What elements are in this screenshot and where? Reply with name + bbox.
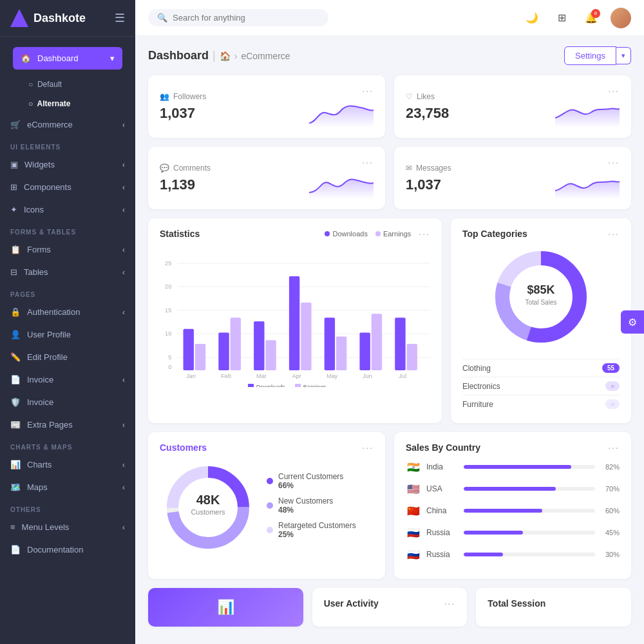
sidebar-item-widgets[interactable]: ▣ Widgets ‹ — [0, 153, 135, 176]
svg-text:Jan: Jan — [186, 373, 196, 379]
russia2-flag: 🇷🇺 — [406, 547, 421, 562]
avatar-image — [611, 8, 631, 28]
settings-dropdown-button[interactable]: ▾ — [616, 47, 631, 64]
statistics-chart-header: Statistics Downloads Earnings ··· — [160, 229, 430, 239]
svg-rect-13 — [218, 333, 229, 370]
hamburger-icon[interactable]: ☰ — [115, 11, 125, 25]
icons-icon: ✦ — [10, 205, 17, 214]
header-right: 🌙 ⊞ 🔔 8 — [522, 8, 631, 28]
country-row-india: 🇮🇳 India 82% — [406, 459, 620, 475]
notification-icon[interactable]: 🔔 8 — [581, 8, 601, 28]
svg-text:15: 15 — [165, 307, 171, 314]
svg-text:Total Sales: Total Sales — [526, 299, 557, 306]
likes-menu[interactable]: ··· — [608, 86, 620, 96]
moon-icon[interactable]: 🌙 — [522, 8, 542, 28]
dashboard-icon: 🏠 — [21, 53, 31, 63]
section-forms-tables: FORMS & TABLES — [0, 221, 135, 238]
country-row-usa: 🇺🇸 USA 70% — [406, 481, 620, 497]
china-pct: 60% — [600, 507, 620, 515]
home-breadcrumb-icon[interactable]: 🏠 — [220, 51, 231, 61]
legend-new: New Customers48% — [267, 497, 356, 515]
sidebar-item-charts[interactable]: 📊 Charts ‹ — [0, 453, 135, 476]
avatar[interactable] — [611, 8, 631, 28]
svg-text:May: May — [327, 373, 338, 379]
sidebar-item-alternate[interactable]: ○ Alternate — [0, 94, 135, 113]
search-box[interactable]: 🔍 — [148, 9, 328, 26]
svg-text:25: 25 — [165, 260, 171, 267]
sidebar-item-maps[interactable]: 🗺️ Maps ‹ — [0, 476, 135, 498]
stats-grid: 👥 Followers 1,037 ··· — [148, 75, 631, 209]
customers-inner: 48K Customers Current Customers66% New C… — [160, 459, 374, 558]
user-activity-menu[interactable]: ··· — [444, 598, 456, 609]
india-name: India — [426, 462, 459, 471]
partial-card-user-activity: User Activity ··· — [312, 588, 468, 627]
sidebar-item-user-profile[interactable]: 👤 User Profile — [0, 323, 135, 346]
svg-rect-15 — [254, 321, 264, 370]
russia1-bar-wrap — [464, 531, 595, 535]
grid-icon[interactable]: ⊞ — [551, 8, 572, 28]
svg-rect-34 — [295, 384, 301, 387]
russia2-bar — [464, 553, 503, 556]
messages-sparkline — [555, 170, 620, 199]
legend-current: Current Customers66% — [267, 472, 356, 490]
svg-rect-20 — [336, 336, 346, 370]
messages-menu[interactable]: ··· — [608, 157, 620, 167]
svg-text:Feb: Feb — [221, 373, 231, 379]
sidebar-item-forms[interactable]: 📋 Forms ‹ — [0, 238, 135, 261]
charts-icon: 📊 — [10, 460, 21, 469]
chevron-left-icon: ‹ — [122, 375, 125, 384]
doc-icon: 📄 — [10, 545, 21, 554]
sidebar-item-authentication[interactable]: 🔒 Authentication ‹ — [0, 301, 135, 323]
sidebar-item-ecommerce[interactable]: 🛒 eCommerce ‹ — [0, 113, 135, 136]
category-row-furniture: Furniture ○ — [462, 395, 620, 413]
chevron-left-icon: ‹ — [122, 120, 125, 129]
settings-button[interactable]: Settings — [564, 46, 616, 65]
country-menu[interactable]: ··· — [608, 442, 620, 453]
customers-title: Customers — [160, 442, 207, 453]
header: 🔍 🌙 ⊞ 🔔 8 — [135, 0, 644, 36]
section-others: OTHERS — [0, 498, 135, 516]
search-input[interactable] — [173, 13, 319, 23]
settings-button-group: Settings ▾ — [564, 46, 631, 65]
statistics-menu[interactable]: ··· — [419, 229, 430, 239]
category-list: Clothing 55 Electronics ○ Furniture ○ — [462, 359, 620, 413]
top-categories-title: Top Categories — [462, 229, 527, 239]
customers-header: Customers ··· — [160, 442, 374, 453]
sidebar-item-icons[interactable]: ✦ Icons ‹ — [0, 198, 135, 221]
retargeted-dot — [267, 527, 273, 533]
svg-text:20: 20 — [165, 283, 171, 290]
sidebar-item-documentation[interactable]: 📄 Documentation — [0, 538, 135, 561]
float-settings-button[interactable]: ⚙ — [621, 310, 644, 334]
sidebar-item-edit-profile[interactable]: ✏️ Edit Profile — [0, 346, 135, 368]
followers-menu[interactable]: ··· — [362, 86, 374, 96]
svg-rect-21 — [359, 333, 370, 370]
category-row-electronics: Electronics ○ — [462, 377, 620, 395]
logo-container: Dashkote — [10, 9, 86, 27]
content-area: Dashboard | 🏠 › eCommerce Settings ▾ 👥 F… — [135, 36, 644, 644]
russia2-pct: 30% — [600, 551, 620, 558]
sidebar-item-invoice1[interactable]: 📄 Invoice ‹ — [0, 368, 135, 391]
sidebar-item-invoice2[interactable]: 🛡️ Invoice — [0, 391, 135, 413]
svg-rect-32 — [248, 384, 254, 387]
customers-menu[interactable]: ··· — [362, 442, 374, 453]
sidebar-item-extra-pages[interactable]: 📰 Extra Pages ‹ — [0, 413, 135, 436]
followers-sparkline — [309, 99, 374, 128]
components-icon: ⊞ — [10, 182, 17, 192]
china-bar — [464, 509, 542, 513]
sidebar-item-dashboard[interactable]: 🏠 Dashboard ▾ — [13, 47, 122, 70]
top-categories-menu[interactable]: ··· — [608, 229, 620, 239]
stat-info-comments: 💬 Comments 1,139 — [160, 164, 211, 193]
sales-by-country-card: Sales By Country ··· 🇮🇳 India 82% 🇺🇸 — [394, 432, 631, 579]
top-categories-header: Top Categories ··· — [462, 229, 620, 239]
sidebar-item-menu-levels[interactable]: ≡ Menu Levels ‹ — [0, 516, 135, 538]
stat-info-messages: ✉ Messages 1,037 — [406, 164, 451, 193]
total-session-title: Total Session — [488, 598, 545, 609]
donut-chart: $85K Total Sales — [489, 245, 592, 348]
sidebar-item-tables[interactable]: ⊟ Tables ‹ — [0, 261, 135, 283]
sidebar-item-default[interactable]: ○ Default — [0, 75, 135, 94]
usa-flag: 🇺🇸 — [406, 481, 421, 497]
sidebar-item-components[interactable]: ⊞ Components ‹ — [0, 176, 135, 198]
comments-menu[interactable]: ··· — [362, 157, 374, 167]
shield-icon: 🛡️ — [10, 397, 21, 407]
chevron-left-icon: ‹ — [122, 307, 125, 317]
